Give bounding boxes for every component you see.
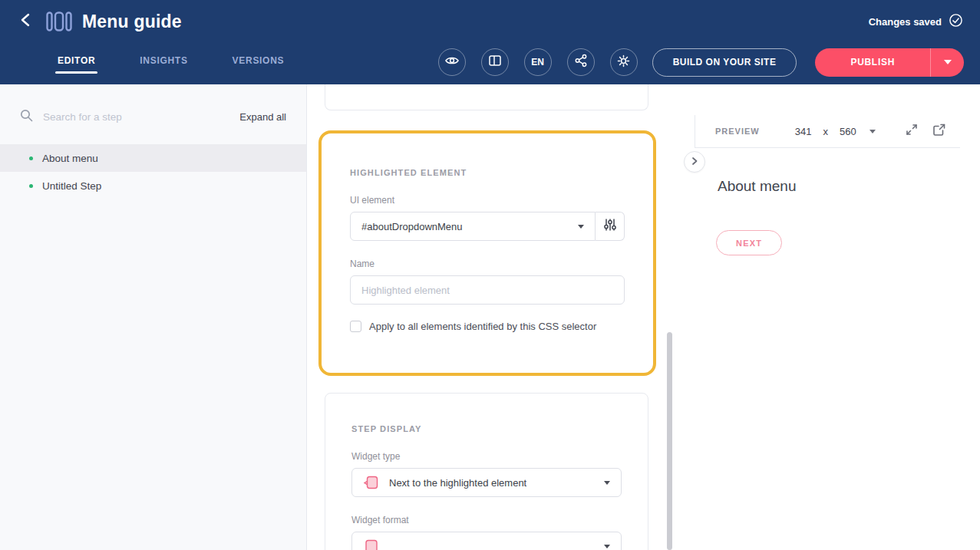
apply-all-checkbox[interactable] bbox=[350, 321, 361, 332]
tooltip-widget-icon bbox=[363, 474, 380, 491]
step-search bbox=[20, 109, 239, 125]
ui-element-row: #aboutDropdownMenu bbox=[350, 212, 625, 241]
apply-all-label: Apply to all elements identified by this… bbox=[369, 321, 596, 332]
chevron-down-icon bbox=[604, 545, 610, 548]
widget-format-select[interactable] bbox=[351, 532, 622, 550]
highlighted-element-card-body: HIGHLIGHTED ELEMENT UI element #aboutDro… bbox=[324, 136, 651, 332]
app-logo-icon bbox=[46, 12, 72, 31]
layout-panel-button[interactable] bbox=[481, 48, 509, 76]
highlighted-element-name-input[interactable] bbox=[350, 275, 625, 305]
tab-editor[interactable]: EDITOR bbox=[58, 49, 95, 75]
step-status-dot bbox=[29, 156, 33, 160]
apply-all-row: Apply to all elements identified by this… bbox=[350, 321, 625, 332]
widget-format-label: Widget format bbox=[351, 515, 622, 525]
gear-icon bbox=[616, 54, 631, 71]
fullscreen-button[interactable] bbox=[905, 123, 919, 140]
steps-sidebar: Expand all About menu Untitled Step bbox=[0, 84, 307, 550]
top-bar: Menu guide Changes saved EDITOR INSIGHTS… bbox=[0, 0, 980, 84]
sidebar-search-row: Expand all bbox=[0, 100, 306, 133]
topbar-title-row: Menu guide Changes saved bbox=[0, 0, 980, 43]
widget-type-select[interactable]: Next to the highlighted element bbox=[351, 468, 622, 497]
expand-all-link[interactable]: Expand all bbox=[239, 111, 286, 123]
preview-title: PREVIEW bbox=[715, 127, 760, 136]
publish-button-group: PUBLISH bbox=[815, 48, 964, 77]
step-display-card: STEP DISPLAY Widget type Next to the hig… bbox=[325, 393, 648, 550]
changes-saved-label: Changes saved bbox=[869, 16, 942, 28]
preview-eye-button[interactable] bbox=[438, 48, 466, 76]
widget-format-icon bbox=[363, 538, 380, 550]
build-on-your-site-button[interactable]: BUILD ON YOUR SITE bbox=[652, 48, 797, 77]
widget-type-select-value: Next to the highlighted element bbox=[389, 477, 526, 489]
sliders-icon bbox=[602, 217, 618, 235]
chevron-down-icon bbox=[578, 225, 584, 229]
publish-dropdown-button[interactable] bbox=[930, 48, 964, 77]
settings-button[interactable] bbox=[610, 48, 638, 76]
ui-element-select-value: #aboutDropdownMenu bbox=[361, 221, 463, 232]
section-title: STEP DISPLAY bbox=[351, 424, 622, 433]
collapse-preview-button[interactable] bbox=[684, 151, 705, 173]
layout-panel-icon bbox=[488, 54, 502, 71]
preview-header-icons bbox=[905, 123, 960, 140]
step-item-untitled-step[interactable]: Untitled Step bbox=[0, 172, 306, 199]
name-label: Name bbox=[350, 259, 625, 269]
tab-insights[interactable]: INSIGHTS bbox=[140, 49, 187, 75]
chevron-down-icon bbox=[604, 481, 610, 485]
section-title: HIGHLIGHTED ELEMENT bbox=[350, 168, 625, 177]
step-item-about-menu[interactable]: About menu bbox=[0, 144, 306, 172]
expand-icon bbox=[905, 123, 919, 140]
share-button[interactable] bbox=[567, 48, 595, 76]
chevron-down-icon bbox=[944, 60, 952, 64]
search-icon bbox=[20, 109, 33, 125]
highlighted-element-card: HIGHLIGHTED ELEMENT UI element #aboutDro… bbox=[318, 130, 656, 376]
chevron-right-icon bbox=[690, 155, 699, 169]
preview-panel: PREVIEW 341 x 560 bbox=[695, 84, 980, 550]
check-circle-icon bbox=[949, 13, 963, 30]
app-window: Menu guide Changes saved EDITOR INSIGHTS… bbox=[0, 0, 980, 550]
ui-element-select[interactable]: #aboutDropdownMenu bbox=[350, 212, 596, 241]
preview-size-control[interactable]: 341 x 560 bbox=[795, 126, 876, 137]
share-icon bbox=[574, 54, 588, 71]
preview-width-value: 341 bbox=[795, 126, 812, 137]
topbar-nav-row: EDITOR INSIGHTS VERSIONS EN bbox=[0, 43, 980, 81]
publish-button[interactable]: PUBLISH bbox=[815, 48, 930, 77]
back-button[interactable] bbox=[18, 12, 34, 31]
editor-tabs: EDITOR INSIGHTS VERSIONS bbox=[58, 49, 284, 75]
step-item-label: Untitled Step bbox=[42, 180, 101, 192]
editor-main: HIGHLIGHTED ELEMENT UI element #aboutDro… bbox=[308, 84, 695, 550]
chevron-down-icon bbox=[869, 130, 876, 133]
step-list: About menu Untitled Step bbox=[0, 144, 306, 199]
eye-icon bbox=[444, 53, 460, 71]
previous-settings-card-partial bbox=[325, 84, 648, 110]
selector-options-button[interactable] bbox=[596, 212, 625, 241]
tab-versions[interactable]: VERSIONS bbox=[233, 49, 285, 75]
language-button[interactable]: EN bbox=[524, 48, 552, 76]
preview-header: PREVIEW 341 x 560 bbox=[695, 115, 960, 148]
widget-type-label: Widget type bbox=[351, 451, 622, 462]
topbar-actions: EN BUILD ON YOUR SITE PUBLISH bbox=[438, 48, 964, 77]
changes-saved-status: Changes saved bbox=[869, 13, 963, 30]
step-item-label: About menu bbox=[42, 153, 98, 164]
language-label: EN bbox=[531, 57, 544, 68]
preview-size-separator: x bbox=[823, 126, 828, 137]
external-link-icon bbox=[932, 123, 946, 140]
preview-step-heading: About menu bbox=[718, 178, 796, 195]
page-title: Menu guide bbox=[82, 12, 182, 32]
preview-next-button[interactable]: NEXT bbox=[716, 230, 782, 255]
preview-height-value: 560 bbox=[840, 126, 856, 137]
ui-element-label: UI element bbox=[350, 195, 625, 206]
open-in-new-window-button[interactable] bbox=[932, 123, 946, 140]
step-status-dot bbox=[29, 184, 33, 188]
back-chevron-icon bbox=[18, 12, 34, 31]
editor-scrollbar[interactable] bbox=[667, 332, 672, 550]
search-step-input[interactable] bbox=[41, 110, 180, 124]
